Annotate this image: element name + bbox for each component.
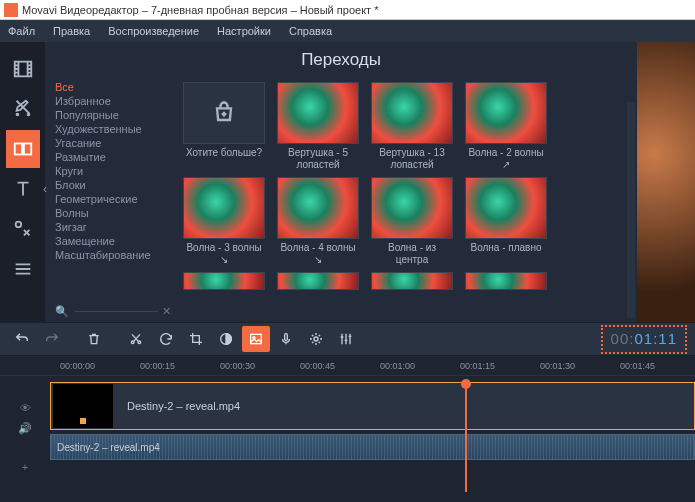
svg-point-12: [314, 337, 318, 341]
transition-shop[interactable]: Хотите больше?: [183, 82, 265, 171]
menu-help[interactable]: Справка: [289, 25, 332, 37]
window-title-bar: Movavi Видеоредактор – 7-дневная пробная…: [0, 0, 695, 20]
category-item[interactable]: Геометрические: [55, 192, 177, 206]
media-tool[interactable]: [6, 50, 40, 88]
transitions-tool[interactable]: [6, 130, 40, 168]
titles-tool[interactable]: [6, 170, 40, 208]
transition-item[interactable]: [183, 272, 265, 290]
tool-rail: [0, 42, 45, 322]
menu-file[interactable]: Файл: [8, 25, 35, 37]
search-icon[interactable]: 🔍: [55, 305, 69, 318]
equalizer-button[interactable]: [332, 326, 360, 352]
clip-thumbnail: [53, 384, 113, 428]
svg-rect-4: [23, 144, 30, 155]
transition-item[interactable]: [371, 272, 453, 290]
transition-item[interactable]: Вертушка - 5 лопастей: [277, 82, 359, 171]
transitions-grid: Хотите больше? Вертушка - 5 лопастей Вер…: [177, 76, 637, 322]
delete-button[interactable]: [80, 326, 108, 352]
settings-button[interactable]: [302, 326, 330, 352]
category-item[interactable]: Блоки: [55, 178, 177, 192]
category-item[interactable]: Художественные: [55, 122, 177, 136]
transition-item[interactable]: Волна - 2 волны ↗: [465, 82, 547, 171]
mute-icon[interactable]: 🔊: [18, 422, 32, 435]
category-list: Все Избранное Популярные Художественные …: [45, 76, 177, 322]
clear-icon[interactable]: ✕: [162, 305, 171, 318]
search-input[interactable]: [75, 311, 158, 312]
timeline: 00:00:00 00:00:15 00:00:30 00:00:45 00:0…: [0, 356, 695, 492]
category-item[interactable]: Избранное: [55, 94, 177, 108]
app-icon: [4, 3, 18, 17]
menu-playback[interactable]: Воспроизведение: [108, 25, 199, 37]
transition-item[interactable]: Волна - 4 волны ↘: [277, 177, 359, 266]
add-track-icon[interactable]: +: [22, 461, 28, 473]
extra-track-row: [50, 464, 695, 482]
audio-label: Destiny-2 – reveal.mp4: [57, 442, 160, 453]
video-track-clip[interactable]: Destiny-2 – reveal.mp4: [50, 382, 695, 430]
category-item[interactable]: Размытие: [55, 150, 177, 164]
category-all[interactable]: Все: [55, 80, 177, 94]
cut-button[interactable]: [122, 326, 150, 352]
clip-label: Destiny-2 – reveal.mp4: [127, 400, 240, 412]
crop-button[interactable]: [182, 326, 210, 352]
filters-tool[interactable]: [6, 90, 40, 128]
timeline-toolbar: 00:01:11: [0, 322, 695, 356]
color-button[interactable]: [212, 326, 240, 352]
menu-settings[interactable]: Настройки: [217, 25, 271, 37]
tracks-container: 👁 🔊 + Destiny-2 – reveal.mp4 Destiny-2 –…: [0, 382, 695, 492]
more-tool[interactable]: [6, 250, 40, 288]
category-item[interactable]: Масштабирование: [55, 248, 177, 262]
search-row: 🔍 ✕: [55, 305, 171, 318]
scrollbar[interactable]: [627, 102, 635, 318]
audio-track-clip[interactable]: Destiny-2 – reveal.mp4: [50, 434, 695, 460]
transition-item[interactable]: Волна - из центра: [371, 177, 453, 266]
time-ruler[interactable]: 00:00:00 00:00:15 00:00:30 00:00:45 00:0…: [0, 356, 695, 376]
timecode-display[interactable]: 00:01:11: [601, 325, 687, 354]
redo-button[interactable]: [38, 326, 66, 352]
svg-point-7: [138, 341, 141, 344]
transition-item[interactable]: [277, 272, 359, 290]
svg-rect-11: [285, 334, 288, 341]
category-item[interactable]: Замещение: [55, 234, 177, 248]
panel-title: Переходы: [45, 42, 637, 76]
track-controls: 👁 🔊 +: [0, 382, 50, 492]
window-title: Movavi Видеоредактор – 7-дневная пробная…: [22, 4, 378, 16]
svg-rect-9: [251, 334, 262, 343]
rotate-button[interactable]: [152, 326, 180, 352]
category-item[interactable]: Круги: [55, 164, 177, 178]
transition-item[interactable]: Вертушка - 13 лопастей: [371, 82, 453, 171]
transition-item[interactable]: Волна - плавно: [465, 177, 547, 266]
transition-item[interactable]: [465, 272, 547, 290]
category-item[interactable]: Зигзаг: [55, 220, 177, 234]
stickers-tool[interactable]: [6, 210, 40, 248]
svg-rect-3: [14, 144, 21, 155]
undo-button[interactable]: [8, 326, 36, 352]
category-item[interactable]: Угасание: [55, 136, 177, 150]
transition-item[interactable]: Волна - 3 волны ↘: [183, 177, 265, 266]
category-item[interactable]: Популярные: [55, 108, 177, 122]
menu-bar: Файл Правка Воспроизведение Настройки Сп…: [0, 20, 695, 42]
svg-point-1: [27, 114, 29, 116]
transitions-panel: Переходы ‹ Все Избранное Популярные Худо…: [45, 42, 637, 322]
svg-point-2: [16, 114, 18, 116]
image-button[interactable]: [242, 326, 270, 352]
preview-pane: [637, 42, 695, 322]
playhead[interactable]: [465, 382, 467, 492]
visibility-icon[interactable]: 👁: [20, 402, 31, 414]
category-item[interactable]: Волны: [55, 206, 177, 220]
svg-point-6: [131, 341, 134, 344]
svg-point-5: [15, 222, 21, 228]
menu-edit[interactable]: Правка: [53, 25, 90, 37]
mic-button[interactable]: [272, 326, 300, 352]
